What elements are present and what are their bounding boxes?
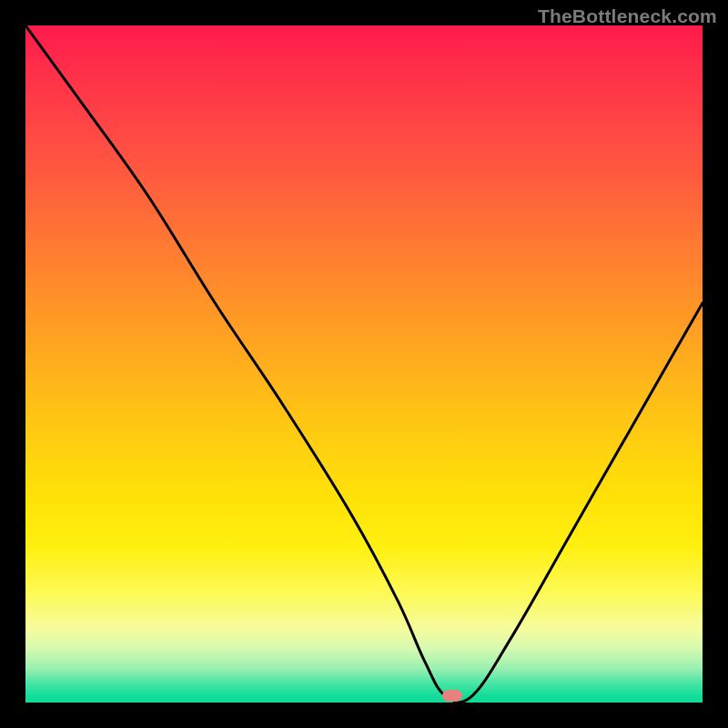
- bottleneck-curve: [25, 25, 703, 703]
- plot-area: [25, 25, 703, 703]
- watermark-text: TheBottleneck.com: [538, 5, 717, 27]
- chart-frame: TheBottleneck.com: [0, 0, 728, 728]
- optimum-marker: [442, 690, 462, 702]
- curve-layer: [25, 25, 703, 703]
